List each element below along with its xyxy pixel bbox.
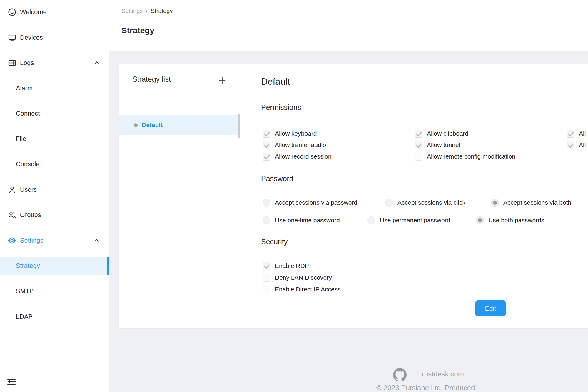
- list-item-default[interactable]: Default: [119, 115, 239, 135]
- sidebar-item-label: Users: [20, 186, 37, 194]
- password-heading: Password: [261, 174, 293, 183]
- sidebar-item-groups[interactable]: Groups: [0, 206, 109, 224]
- radio-use-one-time-password[interactable]: Use one-time password: [263, 216, 340, 224]
- sidebar-item-label: Console: [16, 161, 39, 168]
- plus-icon[interactable]: [218, 76, 227, 85]
- list-scrollbar[interactable]: [238, 114, 240, 138]
- sidebar-item-file[interactable]: File: [0, 130, 109, 148]
- sidebar-item-settings[interactable]: Settings: [0, 231, 109, 250]
- strategy-card: Strategy list Default Default Permission…: [119, 64, 588, 328]
- list-item-label: Default: [142, 121, 163, 129]
- checkbox-allow-transfer-audio[interactable]: Allow tranfer audio: [263, 141, 415, 149]
- sidebar-item-label: File: [16, 135, 26, 143]
- user-icon: [8, 185, 16, 194]
- sidebar-item-ldap[interactable]: LDAP: [0, 308, 109, 326]
- sidebar-item-label: Settings: [20, 237, 43, 244]
- sidebar-item-label: Strategy: [16, 262, 40, 270]
- security-heading: Security: [261, 238, 288, 246]
- permissions-row: Allow record session Allow remote config…: [263, 152, 567, 161]
- checkbox-icon[interactable]: [263, 153, 270, 161]
- radio-accept-sessions-via-click[interactable]: Accept sessions via click: [385, 198, 465, 207]
- radio-icon[interactable]: [476, 216, 484, 224]
- radio-accept-sessions-via-password[interactable]: Accept sessions via password: [263, 198, 357, 207]
- checkbox-icon[interactable]: [415, 130, 422, 138]
- breadcrumb: Settings / Strategy: [121, 8, 173, 14]
- status-dot-icon: [134, 123, 138, 127]
- rustdesk-link[interactable]: rustdesk.com: [422, 370, 464, 378]
- checkbox-allow-tunnel[interactable]: Allow tunnel: [415, 141, 567, 149]
- sidebar-footer-divider: [0, 373, 109, 373]
- radio-accept-sessions-via-both[interactable]: Accept sessions via both: [491, 198, 571, 207]
- checkbox-icon[interactable]: [263, 286, 270, 293]
- sidebar-item-devices[interactable]: Devices: [0, 29, 109, 47]
- sidebar-item-label: Alarm: [16, 85, 33, 92]
- checkbox-icon[interactable]: [415, 153, 422, 161]
- sidebar-item-label: Welcome: [20, 9, 47, 16]
- sidebar-item-alarm[interactable]: Alarm: [0, 79, 109, 97]
- radio-icon[interactable]: [368, 216, 375, 224]
- checkbox-enable-rdp[interactable]: Enable RDP: [263, 262, 309, 270]
- monitor-icon: [8, 33, 16, 42]
- sidebar-item-users[interactable]: Users: [0, 181, 109, 199]
- sidebar-item-strategy[interactable]: Strategy: [0, 257, 109, 275]
- checkbox-icon[interactable]: [263, 141, 270, 149]
- sidebar-item-label: Devices: [20, 34, 43, 41]
- app-window: Welcome Devices Logs: [0, 0, 588, 392]
- list-column-divider: [240, 71, 240, 150]
- users-icon: [8, 211, 16, 219]
- sidebar-item-label: SMTP: [16, 288, 34, 295]
- checkbox-icon[interactable]: [263, 130, 270, 138]
- sidebar-item-welcome[interactable]: Welcome: [0, 3, 109, 21]
- radio-icon[interactable]: [263, 216, 270, 224]
- breadcrumb-strategy: Strategy: [151, 8, 173, 14]
- chevron-up-icon[interactable]: [93, 237, 100, 244]
- breadcrumb-separator: /: [146, 8, 148, 14]
- radio-use-permanent-password[interactable]: Use permanent password: [368, 216, 450, 224]
- list-header-divider: [119, 100, 240, 100]
- chevron-up-icon[interactable]: [93, 60, 100, 66]
- sidebar-item-label: Groups: [20, 211, 41, 219]
- permissions-row: Allow keyboard Allow clipboard All: [263, 129, 588, 138]
- checkbox-allow-cutoff-1[interactable]: All: [567, 130, 588, 138]
- permissions-heading: Permissions: [261, 103, 301, 112]
- sidebar-item-label: LDAP: [16, 313, 33, 321]
- checkbox-icon[interactable]: [263, 274, 270, 282]
- strategy-detail-title: Default: [261, 76, 290, 87]
- table-icon: [8, 59, 16, 67]
- permissions-row: Allow tranfer audio Allow tunnel All: [263, 141, 588, 149]
- gear-icon: [8, 236, 16, 245]
- copyright-text: © 2023 Purslane Ltd. Produced: [376, 384, 475, 392]
- sidebar-item-console[interactable]: Console: [0, 155, 109, 173]
- github-icon[interactable]: [393, 368, 407, 382]
- checkbox-allow-clipboard[interactable]: Allow clipboard: [415, 130, 567, 138]
- smiley-icon: [8, 8, 16, 16]
- sidebar-item-connect[interactable]: Connect: [0, 104, 109, 123]
- checkbox-allow-keyboard[interactable]: Allow keyboard: [263, 130, 415, 138]
- checkbox-icon[interactable]: [415, 141, 422, 149]
- strategy-list-title: Strategy list: [132, 75, 171, 84]
- radio-icon[interactable]: [385, 199, 393, 207]
- checkbox-allow-remote-config-modification[interactable]: Allow remote config modification: [415, 153, 567, 161]
- breadcrumb-settings[interactable]: Settings: [121, 8, 143, 14]
- edit-button[interactable]: Edit: [475, 300, 506, 316]
- checkbox-icon[interactable]: [263, 262, 270, 270]
- checkbox-allow-cutoff-2[interactable]: All: [567, 141, 588, 149]
- radio-icon[interactable]: [263, 199, 270, 207]
- sidebar-item-label: Connect: [16, 110, 40, 117]
- radio-use-both-passwords[interactable]: Use both passwords: [476, 216, 544, 224]
- checkbox-icon[interactable]: [567, 130, 574, 138]
- collapse-sidebar-icon[interactable]: [6, 377, 17, 387]
- checkbox-enable-direct-ip-access[interactable]: Enable Direct IP Access: [263, 285, 341, 293]
- sidebar-item-smtp[interactable]: SMTP: [0, 282, 109, 300]
- sidebar-item-logs[interactable]: Logs: [0, 54, 109, 72]
- checkbox-icon[interactable]: [567, 141, 574, 149]
- checkbox-deny-lan-discovery[interactable]: Deny LAN Discovery: [263, 273, 332, 282]
- page-title: Strategy: [121, 26, 154, 35]
- checkbox-allow-record-session[interactable]: Allow record session: [263, 153, 415, 161]
- sidebar: Welcome Devices Logs: [0, 0, 109, 392]
- radio-icon[interactable]: [491, 199, 499, 207]
- sidebar-item-label: Logs: [20, 59, 34, 67]
- page-header: Settings / Strategy Strategy: [109, 0, 588, 51]
